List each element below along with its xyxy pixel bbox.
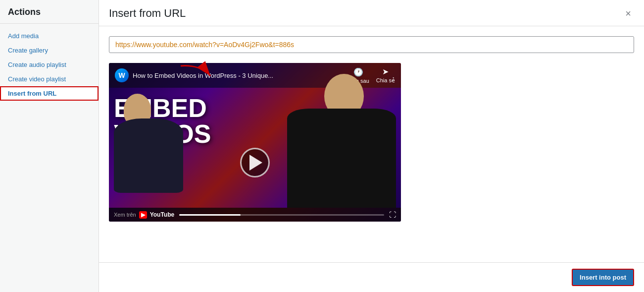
sidebar-item-add-media[interactable]: Add media [0,29,99,43]
modal-overlay: Actions Add media Create gallery Create … [0,0,644,292]
fullscreen-icon[interactable]: ⛶ [389,211,396,219]
video-thumbnail[interactable]: W How to Embed Videos in WordPress - 3 U… [109,63,401,222]
modal-body: W How to Embed Videos in WordPress - 3 U… [99,26,644,262]
url-input-wrapper [109,36,634,53]
modal-title: Insert from URL [109,7,186,20]
modal-header: Insert from URL × [99,0,644,26]
play-triangle-icon [249,155,262,171]
video-title-text: How to Embed Videos in WordPress - 3 Uni… [133,72,273,79]
sidebar-title: Actions [0,0,99,24]
modal-container: Actions Add media Create gallery Create … [0,0,644,292]
insert-into-post-button[interactable]: Insert into post [572,269,634,286]
sidebar-item-create-video-playlist[interactable]: Create video playlist [0,72,99,86]
progress-bar [179,214,384,216]
youtube-icon: ▶ [139,211,147,219]
video-overlay: W How to Embed Videos in WordPress - 3 U… [109,63,401,222]
modal-footer: Insert into post [99,262,644,292]
sidebar-item-create-audio-playlist[interactable]: Create audio playlist [0,58,99,72]
progress-fill [179,214,241,216]
play-button[interactable] [240,148,270,177]
left-person [114,94,193,193]
sidebar: Actions Add media Create gallery Create … [0,0,99,292]
sidebar-nav: Add media Create gallery Create audio pl… [0,24,99,292]
channel-logo: W [115,68,129,82]
video-main-area: EMBED VIDEOS [109,88,401,208]
youtube-branding: Xem trên ▶ YouTube [114,211,174,219]
sidebar-item-insert-from-url[interactable]: Insert from URL [0,86,99,101]
right-person [287,69,401,208]
video-bottom-bar: Xem trên ▶ YouTube ⛶ [109,208,401,222]
close-button[interactable]: × [622,7,634,19]
youtube-text: YouTube [150,211,175,218]
channel-initial: W [118,71,125,79]
video-channel-info: W How to Embed Videos in WordPress - 3 U… [115,68,273,82]
main-content: Insert from URL × [99,0,644,292]
sidebar-item-create-gallery[interactable]: Create gallery [0,43,99,58]
url-input[interactable] [109,36,634,53]
xem-tren-label: Xem trên [114,212,136,218]
